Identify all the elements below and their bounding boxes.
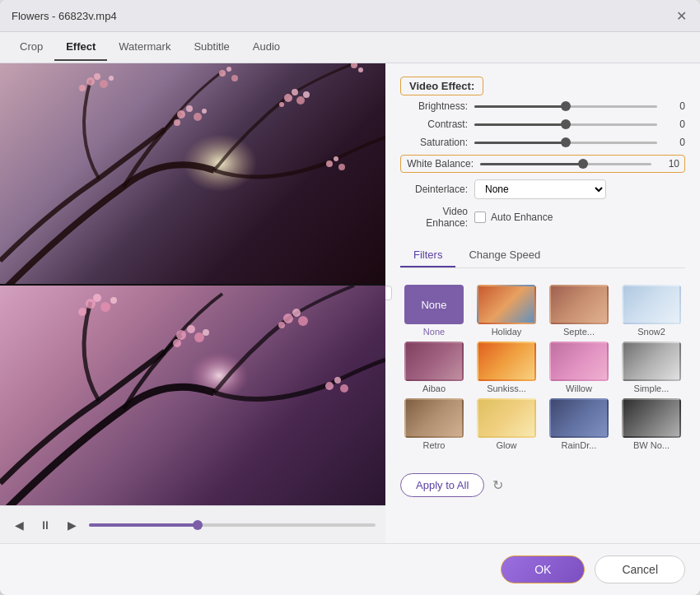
svg-point-25	[86, 299, 96, 309]
svg-point-6	[177, 110, 185, 119]
deinterlace-select[interactable]: None Top Field First Bottom Field First …	[474, 179, 606, 199]
pause-button[interactable]: ⏸	[36, 516, 54, 534]
svg-point-23	[338, 164, 345, 170]
svg-point-0	[138, 111, 287, 226]
svg-point-39	[325, 382, 334, 390]
svg-point-16	[296, 96, 305, 105]
filter-holiday-label: Holiday	[492, 327, 522, 337]
enhance-row: Video Enhance: Auto Enhance	[400, 206, 685, 229]
tab-filters[interactable]: Filters	[400, 244, 455, 267]
video-top-preview	[0, 63, 385, 284]
filter-retro-thumb	[404, 398, 464, 438]
prev-button[interactable]: ◀	[10, 516, 28, 534]
tab-watermark[interactable]: Watermark	[107, 34, 182, 61]
tab-audio[interactable]: Audio	[241, 34, 292, 61]
svg-point-2	[94, 73, 100, 80]
filter-holiday-thumb	[477, 285, 536, 324]
video-bottom-bg	[0, 286, 385, 506]
filter-septe-thumb	[549, 285, 609, 324]
playback-controls: ◀ ⏸ ▶	[0, 505, 385, 543]
svg-point-4	[79, 85, 86, 91]
filter-retro[interactable]: Retro	[400, 398, 468, 450]
brightness-thumb	[561, 101, 571, 111]
video-top-bg	[0, 63, 385, 284]
filter-none[interactable]: None None	[400, 285, 468, 337]
cancel-button[interactable]: Cancel	[595, 555, 685, 583]
progress-thumb	[193, 520, 203, 530]
filter-glow-thumb	[477, 398, 536, 438]
progress-bar[interactable]	[89, 523, 376, 527]
apply-to-all-button[interactable]: Apply to All	[400, 473, 484, 497]
next-button[interactable]: ▶	[63, 516, 81, 534]
ok-button[interactable]: OK	[501, 555, 585, 583]
svg-point-36	[292, 309, 301, 317]
tab-effect[interactable]: Effect	[54, 34, 107, 61]
white-balance-label: White Balance:	[406, 158, 480, 170]
svg-point-1	[86, 77, 95, 86]
filter-aibao-thumb	[404, 342, 464, 381]
contrast-slider[interactable]	[474, 123, 657, 126]
filter-tab-bar: Filters Change Speed	[400, 244, 685, 268]
refresh-icon[interactable]: ↻	[492, 477, 503, 493]
white-balance-row: White Balance: 10	[400, 155, 685, 173]
white-balance-value: 10	[656, 158, 679, 170]
svg-point-41	[340, 384, 348, 393]
filter-raindr-label: RainDr...	[562, 440, 597, 450]
filter-raindr[interactable]: RainDr...	[545, 398, 613, 450]
white-balance-thumb	[578, 159, 588, 169]
brightness-slider[interactable]	[474, 105, 657, 108]
svg-point-26	[93, 294, 101, 302]
tab-bar: Crop Effect Watermark Subtitle Audio	[0, 32, 700, 63]
filter-glow[interactable]: Glow	[473, 398, 540, 450]
filter-bwno[interactable]: BW No...	[618, 398, 685, 450]
svg-point-9	[174, 119, 180, 126]
white-balance-slider[interactable]	[480, 163, 651, 165]
bottom-bar: Apply to All ↻	[400, 473, 685, 497]
filter-snow2-thumb	[622, 285, 681, 324]
saturation-fill	[474, 142, 566, 144]
brightness-row: Brightness: 0	[400, 100, 685, 112]
svg-point-5	[109, 76, 114, 81]
filter-simple[interactable]: Simple...	[618, 342, 685, 393]
filter-snow2[interactable]: Snow2	[618, 285, 685, 337]
svg-point-22	[334, 156, 338, 161]
title-bar: Flowers - 66823v.mp4 ✕	[0, 0, 700, 32]
svg-point-11	[219, 70, 226, 77]
filter-septe[interactable]: Septe...	[545, 285, 613, 337]
brightness-fill	[474, 105, 566, 108]
tab-crop[interactable]: Crop	[8, 34, 54, 61]
filter-holiday[interactable]: Holiday	[473, 285, 540, 337]
filter-bwno-label: BW No...	[633, 440, 670, 450]
svg-point-19	[351, 63, 357, 68]
tab-change-speed[interactable]: Change Speed	[455, 244, 553, 267]
contrast-thumb	[561, 119, 571, 129]
filter-willow-label: Willow	[566, 383, 592, 393]
filter-willow-thumb	[549, 342, 609, 381]
svg-point-18	[303, 91, 310, 98]
filter-sunkiss-label: Sunkiss...	[487, 383, 526, 393]
close-button[interactable]: ✕	[674, 8, 688, 23]
svg-point-38	[278, 322, 285, 328]
tab-subtitle[interactable]: Subtitle	[182, 34, 240, 61]
svg-point-17	[279, 102, 284, 107]
saturation-row: Saturation: 0	[400, 137, 685, 148]
auto-enhance-checkbox[interactable]	[474, 212, 486, 223]
auto-enhance-label: Auto Enhance	[491, 212, 553, 223]
filter-willow[interactable]: Willow	[545, 342, 613, 393]
svg-point-10	[202, 109, 207, 114]
svg-point-24	[147, 331, 278, 438]
contrast-row: Contrast: 0	[400, 119, 685, 130]
filter-glow-label: Glow	[496, 440, 516, 450]
svg-point-33	[173, 339, 181, 347]
filter-none-label: None	[423, 327, 445, 337]
contrast-fill	[474, 123, 566, 126]
left-panel: Output Preview 00:00/00:06	[0, 63, 385, 543]
filter-simple-thumb	[622, 342, 681, 381]
svg-point-37	[298, 316, 308, 326]
svg-point-28	[78, 308, 86, 316]
svg-point-7	[186, 105, 193, 112]
filter-aibao[interactable]: Aibao	[400, 342, 468, 393]
filter-sunkiss[interactable]: Sunkiss...	[473, 342, 540, 393]
saturation-slider[interactable]	[474, 142, 657, 144]
filter-sunkiss-thumb	[477, 342, 536, 381]
